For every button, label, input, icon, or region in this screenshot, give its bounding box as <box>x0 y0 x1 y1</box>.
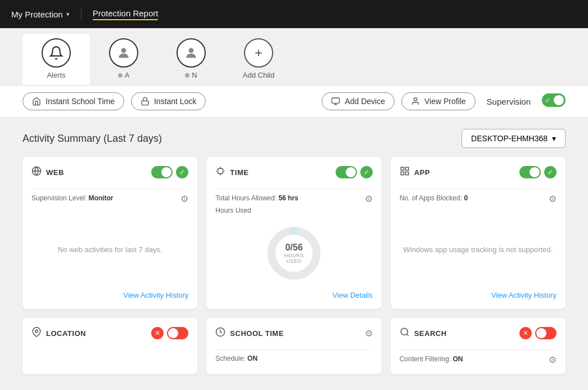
app-card-title: APP <box>414 168 430 177</box>
app-card-footer: View Activity History <box>400 290 557 300</box>
web-toggle[interactable] <box>151 166 173 178</box>
child-a-status-dot <box>118 73 123 78</box>
add-child-label: Add Child <box>243 71 274 79</box>
search-card-header: SEARCH ✕ <box>400 327 557 339</box>
time-card: TIME ✓ Total Hours Allowed: 56 hrs ⚙ Hou… <box>206 157 381 309</box>
bottom-cards-row: LOCATION ✕ SCHOOL TIME <box>22 318 566 374</box>
svg-point-6 <box>414 98 417 101</box>
user-icon <box>411 97 420 106</box>
summary-title: Activity Summary (Last 7 days) <box>22 133 162 145</box>
search-toggle[interactable] <box>535 327 557 339</box>
location-toggle-area: ✕ <box>151 327 188 339</box>
location-toggle[interactable] <box>167 327 188 339</box>
time-view-details-link[interactable]: View Details <box>332 291 372 299</box>
location-x-icon: ✕ <box>151 327 164 339</box>
brand-label: My Protection <box>11 10 63 19</box>
child-n-avatar <box>177 38 206 68</box>
web-card-title: WEB <box>46 168 64 177</box>
top-cards-row: WEB ✓ Supervision Level: Monitor ⚙ No we… <box>22 157 566 309</box>
view-profile-label: View Profile <box>424 97 466 106</box>
tab-add-child[interactable]: + Add Child <box>225 34 292 85</box>
tab-child-n[interactable]: N <box>157 34 225 85</box>
nav-divider <box>81 7 82 21</box>
search-settings-button[interactable]: ⚙ <box>549 355 557 365</box>
main-content: Activity Summary (Last 7 days) DESKTOP-E… <box>0 118 588 390</box>
supervision-label: Supervision <box>487 97 531 106</box>
web-card: WEB ✓ Supervision Level: Monitor ⚙ No we… <box>22 157 197 309</box>
web-card-header: WEB ✓ <box>31 166 188 178</box>
search-icon <box>400 327 410 339</box>
view-profile-button[interactable]: View Profile <box>401 92 476 110</box>
device-selector[interactable]: DESKTOP-EHMH368 ▾ <box>462 129 566 148</box>
supervision-toggle-check: ✓ <box>545 97 550 104</box>
school-time-card-title: SCHOOL TIME <box>230 329 284 338</box>
app-blocked-label: No. of Apps Blocked: 0 <box>400 194 468 202</box>
brand-menu[interactable]: My Protection ▾ <box>11 10 70 19</box>
hours-used-label: Hours Used <box>215 207 372 214</box>
web-card-footer: View Activity History <box>31 290 188 300</box>
svg-rect-19 <box>405 172 408 175</box>
action-bar: Instant School Time Instant Lock Add Dev… <box>0 86 588 118</box>
location-icon <box>31 327 42 339</box>
svg-rect-11 <box>218 169 223 174</box>
top-navigation: My Protection ▾ Protection Report <box>0 0 588 28</box>
donut-sub-label: HOURS USED <box>278 253 309 264</box>
app-check-icon: ✓ <box>544 166 557 178</box>
svg-rect-17 <box>405 167 408 170</box>
time-settings-button[interactable]: ⚙ <box>365 194 373 204</box>
donut-container: 0/56 HOURS USED <box>215 217 372 290</box>
location-title-row: LOCATION <box>31 327 86 339</box>
app-empty-message: Windows app usage tracking is not suppor… <box>400 209 557 290</box>
add-child-circle: + <box>244 38 273 68</box>
time-toggle[interactable] <box>336 166 357 178</box>
alerts-avatar <box>42 38 71 68</box>
search-filtering-label: Content Filtering: ON <box>400 355 463 363</box>
time-toggle-area: ✓ <box>336 166 373 178</box>
web-supervision-value: Monitor <box>88 194 113 202</box>
app-view-history-link[interactable]: View Activity History <box>491 291 557 299</box>
app-settings-button[interactable]: ⚙ <box>549 194 557 204</box>
instant-school-time-button[interactable]: Instant School Time <box>22 92 124 110</box>
instant-lock-button[interactable]: Instant Lock <box>131 92 206 110</box>
search-x-icon: ✕ <box>519 327 532 339</box>
tab-alerts[interactable]: Alerts <box>22 34 90 85</box>
svg-rect-18 <box>401 172 404 175</box>
search-filtering-value: ON <box>453 355 463 363</box>
location-card-header: LOCATION ✕ <box>31 327 188 339</box>
school-time-settings-button[interactable]: ⚙ <box>365 328 373 339</box>
app-toggle-area: ✓ <box>519 166 557 178</box>
nav-title: Protection Report <box>93 8 159 20</box>
web-view-history-link[interactable]: View Activity History <box>123 291 188 299</box>
globe-icon <box>31 166 42 178</box>
svg-rect-16 <box>401 167 404 170</box>
web-toggle-area: ✓ <box>151 166 188 178</box>
app-title-row: APP <box>400 166 430 178</box>
profile-bar: Alerts A N + Add Child <box>0 28 588 86</box>
web-empty-message: No web activities for last 7 days. <box>31 209 188 290</box>
add-device-button[interactable]: Add Device <box>322 92 395 110</box>
donut-chart: 0/56 HOURS USED <box>263 222 325 284</box>
supervision-toggle-track: ✓ <box>542 93 566 107</box>
instant-school-time-label: Instant School Time <box>46 97 115 106</box>
location-card-title: LOCATION <box>46 329 86 338</box>
school-time-schedule-value: ON <box>247 355 257 362</box>
app-toggle[interactable] <box>519 166 541 178</box>
svg-point-1 <box>189 48 194 53</box>
web-supervision-label: Supervision Level: Monitor <box>31 194 113 202</box>
school-time-schedule-label: Schedule: ON <box>215 355 372 362</box>
child-n-label: N <box>185 71 197 79</box>
time-allowed-value: 56 hrs <box>278 194 298 202</box>
supervision-toggle[interactable]: ✓ <box>542 93 566 109</box>
time-card-footer: View Details <box>215 290 372 300</box>
web-settings-button[interactable]: ⚙ <box>180 194 188 204</box>
time-card-header: TIME ✓ <box>215 166 372 178</box>
instant-lock-label: Instant Lock <box>154 97 197 106</box>
school-time-title-row: SCHOOL TIME <box>215 327 284 339</box>
add-device-label: Add Device <box>345 97 385 106</box>
brand-chevron: ▾ <box>66 11 70 18</box>
school-time-card-header: SCHOOL TIME ⚙ <box>215 327 372 339</box>
search-toggle-area: ✕ <box>519 327 557 339</box>
tab-child-a[interactable]: A <box>90 34 157 85</box>
svg-rect-2 <box>142 101 148 105</box>
school-time-card: SCHOOL TIME ⚙ Schedule: ON <box>206 318 381 374</box>
